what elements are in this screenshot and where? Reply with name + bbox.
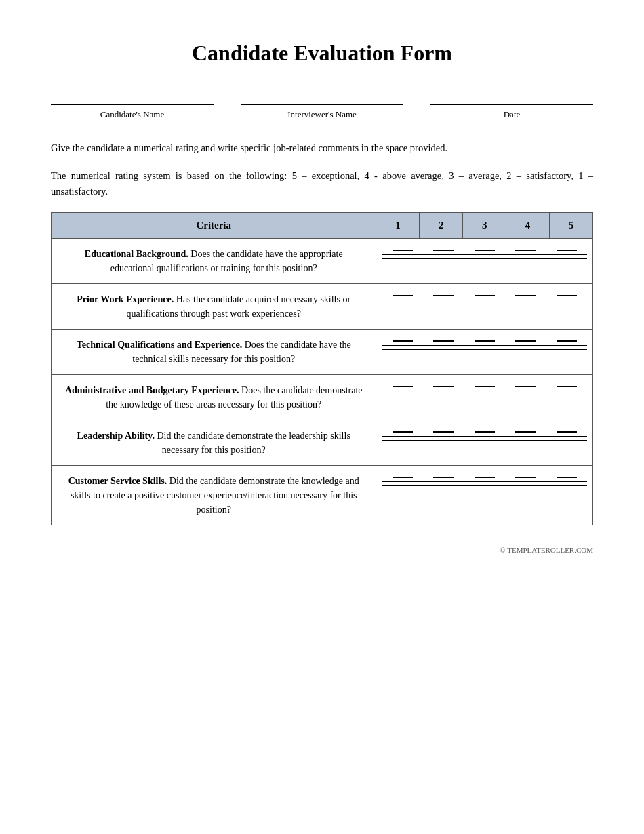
short-line-2	[433, 295, 454, 296]
short-line-1	[393, 477, 413, 478]
ratings-technical	[376, 329, 593, 374]
criteria-administrative: Administrative and Budgetary Experience.…	[52, 374, 376, 420]
ratings-customer	[376, 465, 593, 525]
short-line-3	[475, 477, 495, 478]
long-line-1-customer	[382, 481, 587, 482]
long-line-1-technical	[382, 345, 587, 346]
header-criteria: Criteria	[52, 212, 376, 238]
header-fields: Candidate's Name Interviewer's Name Date	[51, 93, 593, 120]
criteria-leadership: Leadership Ability. Did the candidate de…	[52, 420, 376, 465]
short-line-4	[515, 477, 536, 478]
criteria-bold-technical: Technical Qualifications and Experience.	[77, 340, 243, 350]
criteria-work-experience: Prior Work Experience. Has the candidate…	[52, 283, 376, 329]
long-line-2-work	[382, 304, 587, 304]
ratings-lines-admin	[382, 384, 587, 395]
short-line-3	[475, 295, 495, 296]
short-line-4	[515, 340, 536, 342]
ratings-lines-educational	[382, 248, 587, 259]
short-line-5	[557, 340, 577, 342]
short-line-1	[393, 386, 413, 387]
short-line-5	[557, 250, 577, 251]
instruction-1: Give the candidate a numerical rating an…	[51, 140, 593, 156]
ratings-lines-leadership	[382, 430, 587, 441]
short-line-3	[475, 250, 495, 251]
header-4: 4	[506, 212, 550, 238]
ratings-administrative	[376, 374, 593, 420]
criteria-bold-customer: Customer Service Skills.	[68, 476, 167, 486]
long-line-1-leadership	[382, 436, 587, 437]
long-line-1-educational	[382, 254, 587, 255]
short-line-4	[515, 386, 536, 387]
short-line-1	[393, 295, 413, 296]
candidate-name-line	[51, 93, 214, 105]
long-line-1-work	[382, 300, 587, 300]
short-lines-work	[382, 295, 587, 296]
long-line-2-admin	[382, 395, 587, 395]
short-line-2	[433, 250, 454, 251]
table-row: Administrative and Budgetary Experience.…	[52, 374, 593, 420]
long-line-2-technical	[382, 349, 587, 350]
date-field: Date	[430, 93, 593, 120]
date-label: Date	[504, 109, 521, 120]
table-row: Customer Service Skills. Did the candida…	[52, 465, 593, 525]
table-row: Leadership Ability. Did the candidate de…	[52, 420, 593, 465]
short-lines-customer	[382, 477, 587, 478]
short-line-3	[475, 386, 495, 387]
short-line-5	[557, 295, 577, 296]
criteria-bold-leadership: Leadership Ability.	[77, 431, 155, 441]
ratings-educational	[376, 238, 593, 283]
ratings-lines-technical	[382, 339, 587, 350]
short-line-2	[433, 477, 454, 478]
short-line-5	[557, 386, 577, 387]
short-line-2	[433, 431, 454, 433]
short-line-4	[515, 295, 536, 296]
short-lines-educational	[382, 250, 587, 251]
ratings-work	[376, 283, 593, 329]
short-line-3	[475, 340, 495, 342]
short-line-1	[393, 250, 413, 251]
page-title: Candidate Evaluation Form	[51, 41, 593, 66]
criteria-bold-work: Prior Work Experience.	[77, 294, 174, 304]
short-line-2	[433, 340, 454, 342]
short-lines-technical	[382, 340, 587, 342]
ratings-leadership	[376, 420, 593, 465]
table-row: Prior Work Experience. Has the candidate…	[52, 283, 593, 329]
candidate-name-label: Candidate's Name	[100, 109, 164, 120]
header-5: 5	[550, 212, 593, 238]
short-line-3	[475, 431, 495, 433]
long-line-2-customer	[382, 485, 587, 486]
short-line-1	[393, 340, 413, 342]
short-lines-leadership	[382, 431, 587, 433]
short-line-4	[515, 250, 536, 251]
header-3: 3	[463, 212, 506, 238]
interviewer-name-field: Interviewer's Name	[241, 93, 403, 120]
short-line-4	[515, 431, 536, 433]
criteria-rest-leadership: Did the candidate demonstrate the leader…	[155, 431, 350, 455]
short-line-5	[557, 431, 577, 433]
criteria-bold-admin: Administrative and Budgetary Experience.	[65, 385, 239, 395]
criteria-educational: Educational Background. Does the candida…	[52, 238, 376, 283]
header-1: 1	[376, 212, 420, 238]
long-line-1-admin	[382, 391, 587, 391]
criteria-technical: Technical Qualifications and Experience.…	[52, 329, 376, 374]
long-line-2-educational	[382, 258, 587, 259]
short-line-1	[393, 431, 413, 433]
candidate-name-field: Candidate's Name	[51, 93, 214, 120]
interviewer-name-label: Interviewer's Name	[287, 109, 357, 120]
evaluation-table: Criteria 1 2 3 4 5 Educational Backgroun…	[51, 212, 593, 525]
long-line-2-leadership	[382, 440, 587, 441]
short-lines-admin	[382, 386, 587, 387]
footer: © TEMPLATEROLLER.COM	[51, 546, 593, 554]
ratings-lines-work	[382, 294, 587, 304]
table-row: Technical Qualifications and Experience.…	[52, 329, 593, 374]
header-2: 2	[420, 212, 463, 238]
interviewer-name-line	[241, 93, 403, 105]
ratings-lines-customer	[382, 475, 587, 486]
criteria-customer-service: Customer Service Skills. Did the candida…	[52, 465, 376, 525]
short-line-2	[433, 386, 454, 387]
table-row: Educational Background. Does the candida…	[52, 238, 593, 283]
short-line-5	[557, 477, 577, 478]
criteria-bold-educational: Educational Background.	[85, 249, 188, 259]
instruction-2: The numerical rating system is based on …	[51, 168, 593, 199]
date-line	[430, 93, 593, 105]
